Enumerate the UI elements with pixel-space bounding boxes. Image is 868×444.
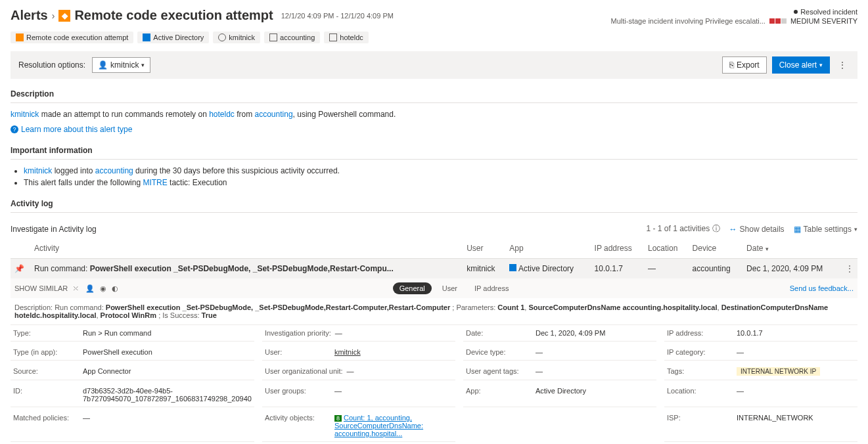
chevron-down-icon: ▾ [765,246,769,252]
user-icon: 👤 [98,60,108,70]
activity-log-title: Activity log [11,199,857,208]
user-filter-icon[interactable]: 👤 [85,284,95,293]
description-title: Description [11,89,857,99]
info-icon[interactable]: ⓘ [712,224,720,233]
status-dot-icon [794,10,798,14]
object-count-badge: 8 [334,415,342,422]
chevron-down-icon: ▾ [854,226,857,233]
resolution-options-label: Resolution options: [18,60,85,70]
pin-icon[interactable]: 📌 [14,264,24,273]
status-sub: Multi-stage incident involving Privilege… [611,17,765,25]
more-actions-button[interactable]: ⋮ [835,57,850,73]
chip-ip[interactable]: IP address [468,282,515,294]
chevron-down-icon: ▾ [819,62,823,68]
learn-more-link[interactable]: ? Learn more about this alert type [11,125,132,134]
windows-icon [509,264,516,271]
col-user[interactable]: User [463,238,505,259]
host-icon [329,33,337,41]
detail-user-link[interactable]: kmitnick [334,348,361,356]
col-activity[interactable]: Activity [30,238,463,259]
alert-icon [16,33,24,41]
page-title: Remote code execution attempt [74,8,273,23]
desc-host2-link[interactable]: accounting [255,110,293,119]
table-settings-button[interactable]: ▦Table settings ▾ [794,225,857,234]
desc-user-link[interactable]: kmitnick [11,110,39,119]
expand-icon: ↔ [729,225,737,234]
col-device[interactable]: Device [689,238,743,259]
windows-icon [143,33,150,41]
settings-icon: ▦ [794,225,801,234]
info-filter-icon[interactable]: ◐ [112,284,118,293]
investigate-label: Investigate in Activity log [11,225,97,234]
close-alert-button[interactable]: Close alert ▾ [772,56,830,74]
severity-label: MEDIUM SEVERITY [790,17,857,25]
export-icon: ⎘ [729,60,734,70]
chevron-right-icon: › [52,11,55,21]
severity-bars-icon [769,18,787,24]
desc-host1-link[interactable]: hoteldc [209,110,235,119]
chip-general[interactable]: General [393,282,432,294]
tag-internal-network: INTERNAL NETWORK IP [737,367,820,376]
bullet-host-link[interactable]: accounting [95,166,133,175]
globe-icon[interactable]: ◉ [100,284,106,293]
chip-user[interactable]: User [436,282,464,294]
timestamp: 12/1/20 4:09 PM - 12/1/20 4:09 PM [281,12,394,20]
alert-icon: ◆ [58,10,70,22]
col-date[interactable]: Date ▾ [742,238,842,259]
activity-row[interactable]: 📌 Run command: PowerShell execution _Set… [11,259,857,279]
host-icon [269,33,277,41]
detail-description: Description: Run command: PowerShell exe… [11,298,857,325]
info-icon: ? [11,125,18,133]
pill-user[interactable]: kmitnick [213,32,260,43]
row-more-button[interactable]: ⋮ [846,264,854,273]
filter-icon[interactable]: ⛌ [73,284,80,292]
col-app[interactable]: App [505,238,590,259]
important-bullet-2: This alert falls under the following MIT… [24,178,857,187]
col-location[interactable]: Location [644,238,689,259]
important-bullet-1: kmitnick logged into accounting during t… [24,166,857,175]
pill-alert[interactable]: Remote code execution attempt [11,32,133,43]
mitre-link[interactable]: MITRE [143,178,167,187]
entity-pills: Remote code execution attempt Active Dir… [11,32,857,43]
status-resolved: Resolved incident [800,8,857,16]
bullet-user-link[interactable]: kmitnick [24,166,52,175]
chevron-down-icon: ▾ [141,62,145,68]
pill-directory[interactable]: Active Directory [137,32,209,43]
pill-host-accounting[interactable]: accounting [264,32,320,43]
description-text: kmitnick made an attempt to run commands… [11,110,857,119]
feedback-link[interactable]: Send us feedback... [790,284,854,292]
detail-grid: Type:Run > Run command Investigation pri… [11,325,857,442]
breadcrumb-root[interactable]: Alerts [11,8,48,23]
activity-count: 1 - 1 of 1 activities ⓘ [647,223,720,234]
resolution-toolbar: Resolution options: 👤 kmitnick ▾ ⎘Export… [11,51,857,79]
important-info-title: Important information [11,146,857,155]
activity-table: Activity User App IP address Location De… [11,238,857,278]
show-details-button[interactable]: ↔Show details [729,225,785,234]
activity-objects-link[interactable]: Count: 1, accounting, SourceComputerDnsN… [334,414,423,437]
export-button[interactable]: ⎘Export [722,56,767,74]
show-similar-label: SHOW SIMILAR [14,284,68,292]
user-icon [218,33,226,41]
col-ip[interactable]: IP address [591,238,644,259]
resolution-user-dropdown[interactable]: 👤 kmitnick ▾ [92,57,150,73]
pill-host-hoteldc[interactable]: hoteldc [324,32,368,43]
